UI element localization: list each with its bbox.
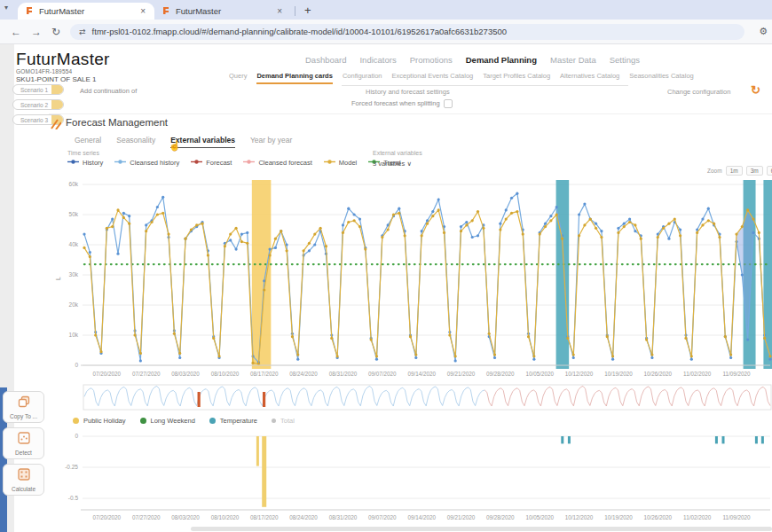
svg-text:0: 0	[75, 433, 78, 439]
subnav-alternatives-catalog[interactable]: Alternatives Catalog	[560, 72, 619, 84]
svg-text:08/03/2020: 08/03/2020	[171, 371, 200, 377]
item-sku: SKU1-POINT OF SALE 1	[16, 75, 97, 83]
nav-demand-planning[interactable]: Demand Planning	[466, 55, 537, 65]
svg-text:08/17/2020: 08/17/2020	[250, 371, 279, 377]
svg-text:20k: 20k	[69, 301, 79, 308]
change-configuration-label[interactable]: Change configuration	[667, 88, 730, 96]
chevron-down-icon: ∨	[406, 160, 412, 168]
legend-item-temperature[interactable]: Temperature	[209, 417, 257, 425]
settings-divider	[342, 85, 628, 86]
svg-text:30k: 30k	[69, 271, 79, 278]
nav-settings[interactable]: Settings	[610, 55, 640, 65]
svg-text:09/07/2020: 09/07/2020	[368, 514, 397, 520]
forced-forecast-checkbox[interactable]	[444, 99, 453, 108]
nav-indicators[interactable]: Indicators	[359, 55, 396, 65]
svg-text:09/14/2020: 09/14/2020	[407, 371, 436, 377]
legend-label: Cleansed forecast	[258, 159, 311, 167]
forecast-management-icon	[51, 117, 61, 133]
svg-text:-0.5: -0.5	[68, 495, 79, 501]
svg-text:08/24/2020: 08/24/2020	[289, 514, 318, 520]
site-permissions-icon[interactable]: ⇄	[79, 27, 86, 36]
legend-item-long-weekend[interactable]: Long Weekend	[140, 417, 195, 425]
time-series-legend: HistoryCleansed historyForecastCleansed …	[67, 159, 401, 167]
address-bar[interactable]: ⇄ ftmr-psl01-0102.fmapp.cloud/#/demand-p…	[70, 24, 744, 40]
zoom-button-1m[interactable]: 1m	[726, 166, 743, 176]
svg-text:10/05/2020: 10/05/2020	[525, 371, 554, 377]
svg-text:07/20/2020: 07/20/2020	[93, 371, 122, 377]
temperature-dot-icon	[209, 418, 216, 424]
nav-promotions[interactable]: Promotions	[410, 55, 453, 65]
public-holiday-dot-icon	[73, 418, 79, 424]
external-variables-chart[interactable]: 0-0.25-0.507/20/202007/27/202008/03/2020…	[0, 430, 772, 531]
legend-item-public-holiday[interactable]: Public Holiday	[73, 417, 126, 425]
tab-close-icon[interactable]: ×	[138, 6, 147, 16]
zoom-label: Zoom	[707, 168, 722, 174]
scenario-button[interactable]: Scenario 2	[12, 99, 64, 110]
subnav-demand-planning-cards[interactable]: Demand Planning cards	[256, 72, 332, 84]
svg-text:07/20/2020: 07/20/2020	[93, 514, 122, 520]
svg-text:07/27/2020: 07/27/2020	[132, 514, 161, 520]
main-chart[interactable]: 010k20k30k40k50k60kL07/20/202007/27/2020…	[0, 176, 772, 384]
legend-label: Total	[280, 417, 295, 425]
subnav-seasonalities-catalog[interactable]: Seasonalities Catalog	[629, 72, 694, 84]
history-settings-label[interactable]: History and forecast settings	[366, 88, 450, 96]
legend-label: Cleansed history	[130, 159, 179, 167]
subnav-exceptional-events-catalog[interactable]: Exceptional Events Catalog	[392, 72, 474, 84]
forecast-marker-icon	[191, 159, 202, 167]
forward-icon[interactable]: →	[31, 26, 42, 38]
nav-dashboard[interactable]: Dashboard	[305, 55, 346, 65]
variables-dropdown[interactable]: 3 variables ∨	[373, 160, 412, 168]
add-continuation-label: Add continuation of	[80, 87, 137, 95]
svg-text:08/24/2020: 08/24/2020	[289, 371, 318, 377]
svg-text:0: 0	[75, 362, 78, 368]
zoom-button-6m[interactable]: 6m	[767, 166, 772, 176]
legend-item-cleansed-forecast[interactable]: Cleansed forecast	[243, 159, 311, 167]
legend-label: Temperature	[220, 417, 257, 425]
horizontal-scrollbar[interactable]	[191, 527, 772, 531]
legend-label: Long Weekend	[151, 417, 195, 425]
legend-item-forecast[interactable]: Forecast	[191, 159, 232, 167]
svg-text:09/21/2020: 09/21/2020	[447, 371, 476, 377]
svg-text:09/28/2020: 09/28/2020	[486, 371, 515, 377]
svg-text:L: L	[55, 277, 61, 280]
forced-forecast-label: Forced forecast when splitting	[351, 99, 440, 107]
tab-title: FuturMaster	[176, 6, 270, 16]
nav-master-data[interactable]: Master Data	[550, 55, 596, 65]
refresh-icon[interactable]: ↻	[751, 83, 760, 97]
time-series-label: Time series	[67, 150, 99, 156]
legend-label: Forecast	[206, 159, 232, 167]
tab-search-chevron-icon[interactable]: ▾	[4, 4, 8, 12]
long-weekend-dot-icon	[140, 418, 146, 424]
action-label: Copy To ...	[10, 413, 37, 419]
svg-text:50k: 50k	[69, 211, 79, 217]
legend-label: History	[83, 159, 103, 167]
tab-general[interactable]: General	[75, 136, 101, 148]
back-icon[interactable]: ←	[11, 26, 21, 38]
scenario-button[interactable]: Scenario 1	[12, 84, 64, 95]
settings-gear-icon[interactable]: ⚙	[759, 26, 768, 37]
external-variables-label: External variables	[373, 150, 422, 156]
legend-item-cleansed-history[interactable]: Cleansed history	[114, 159, 179, 167]
legend-item-model[interactable]: Model	[324, 159, 357, 167]
subnav-query[interactable]: Query	[229, 72, 247, 84]
new-tab-button[interactable]: +	[304, 4, 311, 17]
top-navigation: DashboardIndicatorsPromotionsDemand Plan…	[305, 55, 640, 65]
svg-text:10/19/2020: 10/19/2020	[604, 514, 633, 520]
svg-text:09/14/2020: 09/14/2020	[407, 514, 436, 520]
tab-year-by-year[interactable]: Year by year	[250, 136, 292, 148]
zoom-button-3m[interactable]: 3m	[746, 166, 763, 176]
svg-text:10/12/2020: 10/12/2020	[565, 371, 594, 377]
browser-tab[interactable]: FuturMaster×	[18, 3, 154, 20]
cleansed-forecast-marker-icon	[243, 159, 255, 167]
subnav-configuration[interactable]: Configuration	[343, 72, 382, 84]
svg-text:08/10/2020: 08/10/2020	[211, 371, 240, 377]
reload-icon[interactable]: ↻	[51, 26, 60, 38]
browser-tab[interactable]: FuturMaster×	[154, 3, 291, 20]
model-marker-icon	[324, 159, 335, 167]
chart-navigator[interactable]	[0, 384, 772, 411]
subnav-target-profiles-catalog[interactable]: Target Profiles Catalog	[483, 72, 550, 84]
legend-item-total[interactable]: Total	[272, 417, 295, 425]
legend-item-history[interactable]: History	[67, 159, 103, 167]
tab-seasonality[interactable]: Seasonality	[116, 136, 155, 148]
tab-close-icon[interactable]: ×	[275, 6, 284, 16]
